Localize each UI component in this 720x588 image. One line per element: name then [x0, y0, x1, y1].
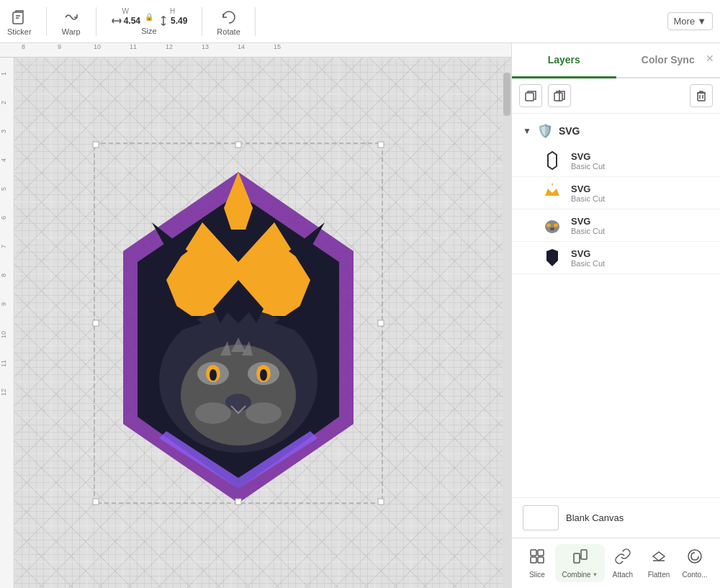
svg-point-16 [246, 402, 282, 424]
svg-rect-37 [531, 557, 536, 563]
panel-icons-row [512, 78, 720, 114]
combine-chevron-icon: ▼ [593, 571, 598, 578]
divider-4 [255, 7, 256, 36]
divider-2 [96, 7, 96, 36]
tab-layers[interactable]: Layers [512, 43, 616, 78]
layer-name-2: SVG [571, 184, 605, 194]
contour-label: Conto... [682, 571, 707, 579]
list-item[interactable]: SVG Basic Cut [512, 177, 720, 209]
svg-rect-35 [531, 550, 536, 556]
svg-rect-18 [378, 142, 384, 148]
tab-color-sync[interactable]: Color Sync [616, 43, 721, 78]
flatten-icon [650, 548, 667, 569]
blank-canvas-thumbnail [523, 505, 559, 530]
group-icon: 🛡️ [537, 123, 553, 139]
ruler-vertical: 1 2 3 4 5 6 7 8 9 10 11 12 [0, 58, 14, 588]
panel-bottom-toolbar: Slice Combine ▼ [512, 538, 720, 588]
svg-rect-40 [581, 550, 587, 559]
layer-sub-4: Basic Cut [571, 259, 605, 268]
svg-point-15 [195, 402, 231, 424]
list-item[interactable]: SVG Basic Cut [512, 145, 720, 177]
attach-icon [614, 548, 631, 569]
blank-canvas-label: Blank Canvas [566, 512, 624, 523]
svg-rect-38 [538, 557, 544, 563]
panel-icon-delete[interactable] [690, 84, 713, 107]
panel-icon-duplicate[interactable] [519, 84, 542, 107]
panel-icon-move-down[interactable] [548, 84, 571, 107]
w-label: W [122, 7, 129, 15]
svg-rect-23 [93, 320, 99, 326]
layer-group-svg[interactable]: ▼ 🛡️ SVG [512, 117, 720, 145]
svg-rect-17 [93, 142, 99, 148]
vertical-scrollbar[interactable] [503, 72, 511, 588]
sticker-tool[interactable]: Sticker [7, 7, 32, 36]
height-icon [158, 15, 169, 27]
layer-sub-1: Basic Cut [571, 162, 605, 171]
more-label: More [674, 16, 696, 27]
contour-icon [686, 548, 703, 569]
flatten-button[interactable]: Flatten [641, 548, 677, 579]
slice-button[interactable]: Slice [519, 548, 555, 579]
list-item[interactable]: SVG Basic Cut [512, 242, 720, 274]
svg-point-32 [546, 224, 551, 227]
layer-name-3: SVG [571, 216, 605, 227]
size-tool[interactable]: W 4.54 🔒 H [111, 7, 188, 35]
svg-rect-20 [378, 499, 384, 505]
svg-rect-22 [235, 499, 241, 505]
svg-point-33 [554, 224, 558, 227]
layer-sub-3: Basic Cut [571, 227, 605, 235]
list-item[interactable]: SVG Basic Cut [512, 209, 720, 242]
svg-rect-25 [526, 93, 534, 101]
warp-icon [61, 7, 81, 27]
layer-sub-2: Basic Cut [571, 194, 605, 203]
svg-rect-36 [538, 550, 544, 556]
canvas-area[interactable]: 8 9 10 11 12 13 14 15 1 2 3 4 5 6 7 8 9 … [0, 43, 511, 588]
main-area: 8 9 10 11 12 13 14 15 1 2 3 4 5 6 7 8 9 … [0, 43, 720, 588]
attach-button[interactable]: Attach [605, 548, 641, 579]
svg-rect-28 [698, 93, 705, 101]
combine-button[interactable]: Combine ▼ [555, 544, 605, 582]
layer-thumb-3 [541, 214, 564, 237]
h-label: H [170, 7, 175, 15]
scrollbar-thumb[interactable] [503, 73, 510, 116]
group-label: SVG [559, 125, 580, 137]
slice-label: Slice [529, 571, 545, 579]
layers-list: ▼ 🛡️ SVG SVG Basic Cut [512, 114, 720, 497]
divider-1 [46, 7, 47, 36]
layer-name-1: SVG [571, 151, 605, 162]
more-button[interactable]: More ▼ [667, 12, 714, 30]
lock-icon: 🔒 [145, 13, 153, 21]
size-label: Size [141, 27, 156, 35]
sticker-label: Sticker [7, 27, 32, 36]
design-canvas[interactable] [14, 58, 511, 588]
attach-label: Attach [613, 571, 633, 579]
svg-rect-39 [574, 553, 580, 563]
main-toolbar: Sticker Warp W [0, 0, 720, 43]
svg-point-13 [260, 369, 267, 381]
svg-point-12 [210, 369, 217, 381]
warp-tool[interactable]: Warp [61, 7, 81, 36]
panel-close-icon[interactable]: ✕ [706, 53, 714, 64]
svg-rect-19 [93, 499, 99, 505]
slice-icon [528, 548, 546, 569]
layer-name-4: SVG [571, 248, 605, 259]
more-chevron-icon: ▼ [697, 16, 706, 27]
layer-thumb-1 [541, 149, 564, 172]
blank-canvas-section[interactable]: Blank Canvas [512, 497, 720, 538]
combine-icon [572, 548, 589, 569]
rotate-tool[interactable]: Rotate [217, 7, 240, 36]
svg-rect-21 [235, 142, 241, 148]
warp-label: Warp [62, 27, 81, 36]
combine-label: Combine [562, 571, 591, 579]
divider-3 [202, 7, 202, 36]
svg-rect-26 [554, 93, 562, 101]
svg-rect-24 [378, 320, 384, 326]
chevron-down-icon: ▼ [523, 126, 531, 136]
rotate-icon [219, 7, 239, 27]
svg-point-34 [550, 227, 554, 230]
ruler-horizontal: 8 9 10 11 12 13 14 15 [0, 43, 511, 58]
mascot-image[interactable] [87, 136, 390, 510]
layer-thumb-2 [541, 181, 564, 204]
contour-button[interactable]: Conto... [677, 548, 713, 579]
rotate-label: Rotate [217, 27, 240, 36]
